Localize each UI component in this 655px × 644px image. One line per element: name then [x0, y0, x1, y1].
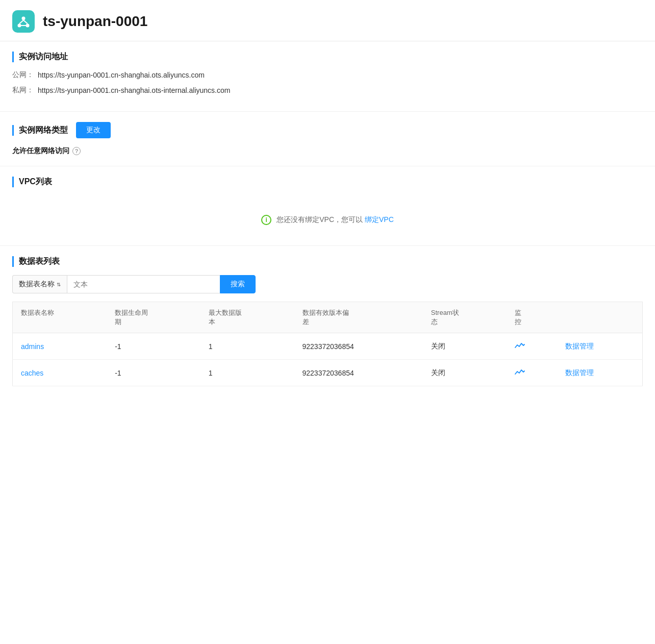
cell-max-version-1: 1: [200, 360, 294, 386]
data-table: 数据表名称 数据生命周期 最大数据版本 数据有效版本偏差 Stream状态 监控…: [12, 302, 643, 386]
col-header-stream-status: Stream状态: [423, 302, 507, 333]
col-header-version-offset: 数据有效版本偏差: [294, 302, 423, 333]
cell-monitor-0[interactable]: [507, 333, 557, 360]
search-bar: 数据表名称 ⇅ 搜索: [12, 275, 643, 293]
row-name-link-1[interactable]: caches: [21, 369, 43, 377]
col-header-max-version: 最大数据版本: [200, 302, 294, 333]
data-table-section: 数据表列表 数据表名称 ⇅ 搜索 数据表名称 数据生命周期 最大数据版本 数据有…: [0, 246, 655, 397]
help-icon[interactable]: ?: [72, 147, 81, 155]
monitor-icon-1[interactable]: [515, 368, 525, 376]
cell-action-1: 数据管理: [557, 360, 643, 386]
col-header-name: 数据表名称: [13, 302, 107, 333]
public-url: https://ts-yunpan-0001.cn-shanghai.ots.a…: [38, 71, 205, 79]
private-url-row: 私网： https://ts-yunpan-0001.cn-shanghai.o…: [12, 86, 643, 95]
cell-name-1: caches: [13, 360, 107, 386]
network-allow-label: 允许任意网络访问 ?: [12, 146, 643, 156]
svg-line-3: [19, 20, 23, 24]
table-row: admins -1 1 9223372036854 关闭 数据管理: [13, 333, 643, 360]
public-url-row: 公网： https://ts-yunpan-0001.cn-shanghai.o…: [12, 70, 643, 80]
instance-access-title: 实例访问地址: [12, 52, 643, 62]
app-icon: [12, 10, 35, 33]
page-title: ts-yunpan-0001: [43, 13, 147, 30]
cell-name-0: admins: [13, 333, 107, 360]
svg-line-4: [23, 20, 28, 24]
network-header: 实例网络类型 更改: [12, 122, 643, 138]
page-header: ts-yunpan-0001: [0, 0, 655, 41]
cell-lifecycle-0: -1: [107, 333, 200, 360]
instance-access-section: 实例访问地址 公网： https://ts-yunpan-0001.cn-sha…: [0, 41, 655, 112]
svg-point-0: [22, 17, 26, 20]
table-header-row: 数据表名称 数据生命周期 最大数据版本 数据有效版本偏差 Stream状态 监控: [13, 302, 643, 333]
cell-stream-status-1: 关闭: [423, 360, 507, 386]
private-label: 私网：: [12, 86, 34, 95]
search-button[interactable]: 搜索: [220, 275, 256, 293]
col-header-action: [557, 302, 643, 333]
data-manage-link-1[interactable]: 数据管理: [565, 368, 594, 377]
cell-monitor-1[interactable]: [507, 360, 557, 386]
monitor-icon-0[interactable]: [515, 341, 525, 350]
bind-vpc-link[interactable]: 绑定VPC: [365, 215, 394, 225]
row-name-link-0[interactable]: admins: [21, 342, 44, 351]
cell-version-offset-1: 9223372036854: [294, 360, 423, 386]
cell-version-offset-0: 9223372036854: [294, 333, 423, 360]
vpc-title: VPC列表: [12, 177, 643, 187]
search-input[interactable]: [67, 275, 220, 293]
cell-max-version-0: 1: [200, 333, 294, 360]
network-section: 实例网络类型 更改 允许任意网络访问 ?: [0, 112, 655, 166]
col-header-monitor: 监控: [507, 302, 557, 333]
sort-icon: ⇅: [57, 282, 61, 287]
vpc-empty-text: 您还没有绑定VPC，您可以: [276, 215, 363, 225]
search-select[interactable]: 数据表名称 ⇅: [12, 275, 67, 293]
network-title: 实例网络类型: [12, 125, 68, 136]
vpc-section: VPC列表 i 您还没有绑定VPC，您可以 绑定VPC: [0, 166, 655, 246]
search-select-label: 数据表名称: [19, 280, 55, 289]
private-url: https://ts-yunpan-0001.cn-shanghai.ots-i…: [38, 86, 230, 94]
table-row: caches -1 1 9223372036854 关闭 数据管理: [13, 360, 643, 386]
data-table-title: 数据表列表: [12, 256, 643, 267]
vpc-empty-message: i 您还没有绑定VPC，您可以 绑定VPC: [12, 200, 643, 235]
cell-lifecycle-1: -1: [107, 360, 200, 386]
change-network-button[interactable]: 更改: [76, 122, 111, 138]
data-manage-link-0[interactable]: 数据管理: [565, 342, 594, 350]
col-header-lifecycle: 数据生命周期: [107, 302, 200, 333]
cell-action-0: 数据管理: [557, 333, 643, 360]
cell-stream-status-0: 关闭: [423, 333, 507, 360]
public-label: 公网：: [12, 70, 34, 80]
info-circle-icon: i: [261, 215, 271, 225]
